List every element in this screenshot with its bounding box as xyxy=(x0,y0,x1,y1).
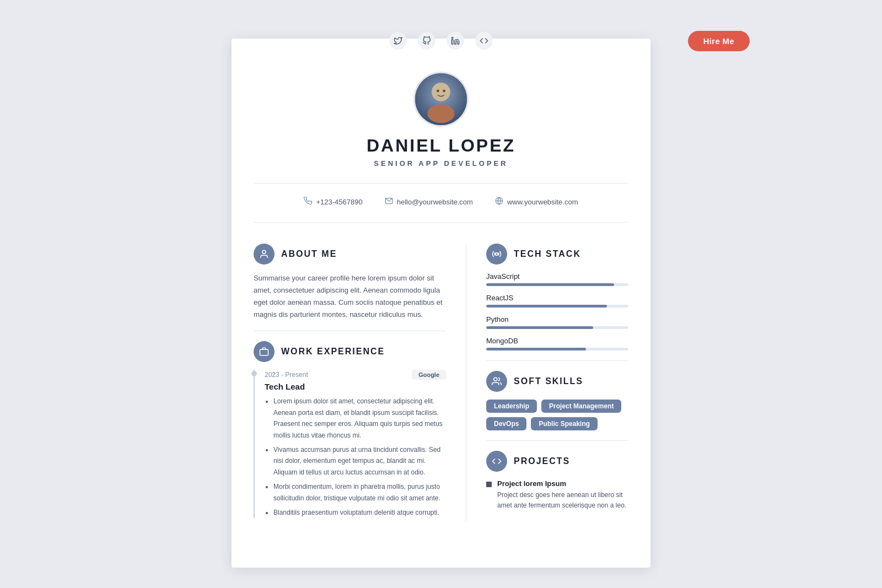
tag-public-speaking: Public Speaking xyxy=(531,417,598,430)
work-bullet-4: Blanditiis praesentium voluptatum deleni… xyxy=(273,507,446,518)
work-bullets: Lorem ipsum dolor sit amet, consectetur … xyxy=(265,396,446,518)
work-bullet-1: Lorem ipsum dolor sit amet, consectetur … xyxy=(273,396,446,441)
project-title: Project lorem Ipsum xyxy=(497,479,628,488)
skill-mongodb: MongoDB xyxy=(486,337,628,350)
svg-point-6 xyxy=(443,90,445,93)
svg-point-12 xyxy=(496,253,498,256)
work-role: Tech Lead xyxy=(265,382,446,391)
avatar-section: DANIEL LOPEZ SENIOR APP DEVELOPER xyxy=(232,39,650,173)
svg-point-4 xyxy=(428,104,455,123)
profile-title: SENIOR APP DEVELOPER xyxy=(374,159,508,168)
projects-icon xyxy=(486,451,507,472)
email-value: hello@yourwebsite.com xyxy=(397,198,473,206)
about-section-header: ABOUT ME xyxy=(254,244,446,265)
stack-icon[interactable] xyxy=(475,32,493,50)
twitter-icon[interactable] xyxy=(389,32,407,50)
work-date: 2023 - Present xyxy=(265,371,308,379)
left-column: ABOUT ME Summarise your career profile h… xyxy=(254,244,466,521)
svg-point-13 xyxy=(494,377,497,381)
website-contact: www.yourwebsite.com xyxy=(495,197,578,207)
page-wrapper: Hire Me xyxy=(0,22,882,588)
about-section-title: ABOUT ME xyxy=(281,249,337,259)
main-content: ABOUT ME Summarise your career profile h… xyxy=(232,233,650,532)
linkedin-icon[interactable] xyxy=(447,32,464,50)
svg-rect-0 xyxy=(451,40,453,44)
work-dot xyxy=(251,371,257,376)
projects-section-title: PROJECTS xyxy=(514,456,570,466)
svg-point-5 xyxy=(437,90,439,93)
tech-section-header: TECH STACK xyxy=(486,244,628,265)
soft-projects-divider xyxy=(486,440,628,441)
svg-point-3 xyxy=(432,83,450,101)
resume-card: DANIEL LOPEZ SENIOR APP DEVELOPER +123-4… xyxy=(232,39,650,568)
tech-soft-divider xyxy=(486,360,628,361)
svg-point-1 xyxy=(451,37,453,39)
project-item: Project lorem Ipsum Project desc goes he… xyxy=(486,479,628,511)
svg-rect-11 xyxy=(260,350,268,356)
project-details: Project lorem Ipsum Project desc goes he… xyxy=(497,479,628,511)
contact-row: +123-4567890 hello@yourwebsite.com www.y… xyxy=(232,193,650,212)
project-desc: Project desc goes here aenean ut libero … xyxy=(497,490,628,511)
skill-javascript: JavaScript xyxy=(486,272,628,286)
social-bar xyxy=(220,22,662,50)
profile-name: DANIEL LOPEZ xyxy=(367,136,515,156)
contact-divider xyxy=(254,222,628,223)
about-text: Summarise your career profile here lorem… xyxy=(254,272,446,321)
tag-leadership: Leadership xyxy=(486,400,537,413)
project-bullet-icon xyxy=(486,482,492,487)
avatar xyxy=(413,72,469,127)
svg-point-10 xyxy=(262,250,266,253)
globe-icon xyxy=(495,197,503,207)
work-section-title: WORK EXPERIENCE xyxy=(281,347,385,357)
work-section-header: WORK EXPERIENCE xyxy=(254,341,446,362)
work-meta: 2023 - Present Google xyxy=(265,370,446,380)
skill-python: Python xyxy=(486,315,628,329)
about-work-divider xyxy=(254,331,446,331)
projects-section-header: PROJECTS xyxy=(486,451,628,472)
soft-icon xyxy=(486,371,507,392)
phone-value: +123-4567890 xyxy=(316,198,362,206)
work-bullet-3: Morbi condimentum, lorem in pharetra mol… xyxy=(273,481,446,504)
header-divider xyxy=(254,183,628,184)
tech-icon xyxy=(486,244,507,265)
work-company: Google xyxy=(412,370,446,380)
soft-section-title: SOFT SKILLS xyxy=(514,376,583,386)
skill-reactjs: ReactJS xyxy=(486,294,628,308)
email-icon xyxy=(385,197,393,207)
about-icon xyxy=(254,244,275,265)
right-column: TECH STACK JavaScript ReactJS Python Mon… xyxy=(466,244,628,521)
github-icon[interactable] xyxy=(418,32,435,50)
hire-me-button[interactable]: Hire Me xyxy=(688,31,750,51)
work-bullet-2: Vivamus accumsan purus at urna tincidunt… xyxy=(273,444,446,478)
tag-project-management: Project Management xyxy=(541,400,621,413)
work-icon xyxy=(254,341,275,362)
soft-section-header: SOFT SKILLS xyxy=(486,371,628,392)
tag-devops: DevOps xyxy=(486,417,526,430)
website-value: www.yourwebsite.com xyxy=(507,198,578,206)
soft-skills-tags: Leadership Project Management DevOps Pub… xyxy=(486,400,628,430)
email-contact: hello@yourwebsite.com xyxy=(385,197,473,207)
phone-contact: +123-4567890 xyxy=(304,197,362,207)
tech-section-title: TECH STACK xyxy=(514,249,581,259)
work-entry: 2023 - Present Google Tech Lead Lorem ip… xyxy=(254,370,446,518)
phone-icon xyxy=(304,197,312,207)
